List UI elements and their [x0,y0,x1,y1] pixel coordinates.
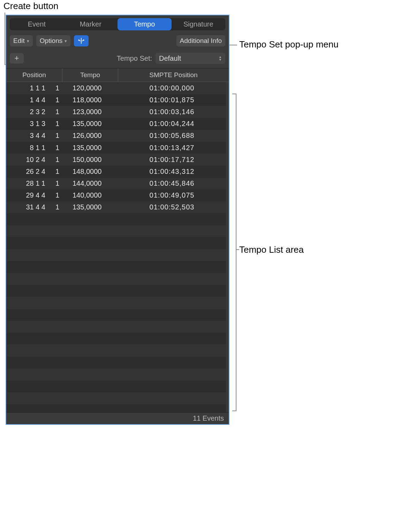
cell-smpte[interactable]: 01:00:17,712 [118,156,226,164]
cell-position[interactable]: 8 1 1 [6,144,49,152]
list-tab-segmented: Event Marker Tempo Signature [10,18,225,30]
options-menu-label: Options [40,37,62,45]
table-row-empty [6,392,226,404]
additional-info-button[interactable]: Additional Info [176,35,225,46]
table-row-empty [6,249,226,261]
updown-icon: ▲▼ [219,56,222,61]
callout-bracket-mid [236,249,239,250]
cell-subposition[interactable]: 1 [49,132,62,140]
tab-signature[interactable]: Signature [172,18,226,30]
cell-tempo[interactable]: 135,0000 [62,120,118,128]
toolbar: Edit ▾ Options ▾ Additional Info [6,32,229,49]
table-row-empty [6,213,226,225]
table-row-empty [6,285,226,297]
cell-smpte[interactable]: 01:00:43,312 [118,168,226,176]
table-row[interactable]: 3 4 41126,000001:00:05,688 [6,130,226,142]
additional-info-label: Additional Info [180,37,222,45]
footer: 11 Events [6,412,229,424]
table-row-empty [6,369,226,380]
cell-subposition[interactable]: 1 [49,108,62,116]
callout-create-button: Create button [3,1,59,12]
cell-smpte[interactable]: 01:00:45,846 [118,179,226,187]
cell-position[interactable]: 10 2 4 [6,156,49,164]
cell-tempo[interactable]: 150,0000 [62,156,118,164]
cell-tempo[interactable]: 118,0000 [62,96,118,104]
cell-position[interactable]: 29 4 4 [6,191,49,199]
col-header-tempo[interactable]: Tempo [62,68,118,82]
callout-bracket-top [232,94,236,94]
table-row-empty [6,321,226,333]
table-row-empty [6,237,226,249]
edit-menu[interactable]: Edit ▾ [10,35,33,46]
table-row-empty [6,345,226,356]
cell-smpte[interactable]: 01:00:49,075 [118,191,226,199]
col-header-position[interactable]: Position [6,68,62,82]
col-header-smpte[interactable]: SMPTE Position [118,68,229,82]
table-row[interactable]: 3 1 31135,000001:00:04,244 [6,118,226,130]
tab-tempo[interactable]: Tempo [118,18,172,30]
create-tempo-set-row: + Tempo Set: Default ▲▼ [6,49,229,68]
table-row[interactable]: 2 3 21123,000001:00:03,146 [6,106,226,118]
cell-position[interactable]: 1 1 1 [6,84,49,92]
table-row-empty [6,225,226,237]
cell-subposition[interactable]: 1 [49,96,62,104]
table-row[interactable]: 31 4 41135,000001:00:52,503 [6,201,226,213]
cell-smpte[interactable]: 01:00:05,688 [118,132,226,140]
edit-menu-label: Edit [13,37,25,45]
chevron-down-icon: ▾ [65,38,67,44]
cell-position[interactable]: 2 3 2 [6,108,49,116]
cell-position[interactable]: 26 2 4 [6,168,49,176]
cell-subposition[interactable]: 1 [49,144,62,152]
cell-smpte[interactable]: 01:00:03,146 [118,108,226,116]
cell-subposition[interactable]: 1 [49,120,62,128]
cell-tempo[interactable]: 148,0000 [62,168,118,176]
callout-bracket-bot [232,411,236,411]
chevron-down-icon: ▾ [27,38,29,44]
table-row[interactable]: 10 2 41150,000001:00:17,712 [6,154,226,165]
tempo-list-area[interactable]: 1 1 11120,000001:00:00,0001 4 41118,0000… [6,82,229,412]
cell-tempo[interactable]: 120,0000 [62,84,118,92]
cell-smpte[interactable]: 01:00:52,503 [118,203,226,211]
callout-tempo-list-area: Tempo List area [239,244,304,255]
cell-position[interactable]: 1 4 4 [6,96,49,104]
cell-smpte[interactable]: 01:00:04,244 [118,120,226,128]
cell-subposition[interactable]: 1 [49,191,62,199]
cell-smpte[interactable]: 01:00:13,427 [118,144,226,152]
cell-position[interactable]: 31 4 4 [6,203,49,211]
table-row[interactable]: 29 4 41140,000001:00:49,075 [6,190,226,201]
table-row[interactable]: 28 1 11144,000001:00:45,846 [6,178,226,190]
cell-subposition[interactable]: 1 [49,168,62,176]
create-button[interactable]: + [10,53,24,64]
cell-tempo[interactable]: 126,0000 [62,132,118,140]
table-row[interactable]: 1 1 11120,000001:00:00,000 [6,82,226,94]
cell-tempo[interactable]: 135,0000 [62,203,118,211]
table-row-empty [6,380,226,392]
table-row-empty [6,273,226,285]
cell-smpte[interactable]: 01:00:00,000 [118,84,226,92]
cell-position[interactable]: 3 1 3 [6,120,49,128]
cell-subposition[interactable]: 1 [49,84,62,92]
cell-position[interactable]: 28 1 1 [6,179,49,187]
cell-smpte[interactable]: 01:00:01,875 [118,96,226,104]
table-row-empty [6,261,226,273]
tab-event[interactable]: Event [10,18,64,30]
table-row[interactable]: 26 2 41148,000001:00:43,312 [6,165,226,177]
tempo-set-value: Default [159,54,181,62]
tab-marker[interactable]: Marker [64,18,118,30]
cell-subposition[interactable]: 1 [49,156,62,164]
callout-line [229,45,237,45]
catch-playhead-button[interactable] [74,35,89,46]
cell-tempo[interactable]: 135,0000 [62,144,118,152]
options-menu[interactable]: Options ▾ [36,35,70,46]
cell-tempo[interactable]: 140,0000 [62,191,118,199]
tempo-set-popup[interactable]: Default ▲▼ [156,53,225,64]
cell-tempo[interactable]: 144,0000 [62,179,118,187]
table-row[interactable]: 1 4 41118,000001:00:01,875 [6,94,226,106]
cell-subposition[interactable]: 1 [49,179,62,187]
cell-tempo[interactable]: 123,0000 [62,108,118,116]
table-row-empty [6,333,226,345]
cell-position[interactable]: 3 4 4 [6,132,49,140]
cell-subposition[interactable]: 1 [49,203,62,211]
table-row[interactable]: 8 1 11135,000001:00:13,427 [6,142,226,154]
event-count: 11 Events [193,414,224,422]
